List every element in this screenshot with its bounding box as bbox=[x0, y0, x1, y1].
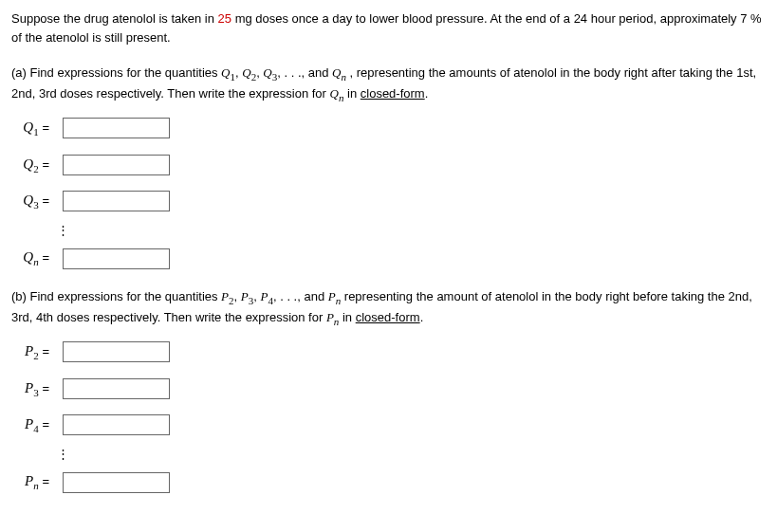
closed-form-link-a: closed-form bbox=[361, 86, 425, 101]
input-pn[interactable] bbox=[63, 472, 170, 493]
row-q3: Q3 = bbox=[21, 190, 766, 213]
intro-text-1: Suppose the drug atenolol is taken in bbox=[11, 11, 218, 26]
row-p4: P4 = bbox=[21, 413, 766, 437]
input-p2[interactable] bbox=[63, 341, 170, 362]
row-p3: P3 = bbox=[21, 377, 766, 401]
closed-form-link-b: closed-form bbox=[356, 310, 420, 324]
part-a-text: (a) Find expressions for the quantities … bbox=[11, 64, 766, 105]
input-p3[interactable] bbox=[63, 378, 170, 399]
var-q3: Q3 bbox=[263, 65, 277, 80]
var-pn: Pn bbox=[328, 289, 341, 303]
var-q2: Q2 bbox=[242, 65, 256, 80]
dose-amount: 25 bbox=[218, 11, 231, 26]
row-pn: Pn = bbox=[21, 470, 766, 494]
label-p3: P3 = bbox=[21, 377, 63, 401]
input-q3[interactable] bbox=[63, 191, 170, 211]
var-p2: P2 bbox=[221, 289, 233, 303]
problem-intro: Suppose the drug atenolol is taken in 25… bbox=[11, 9, 766, 46]
part-b-text: (b) Find expressions for the quantities … bbox=[11, 287, 766, 329]
part-a-prefix: (a) Find expressions for the quantities bbox=[11, 65, 221, 80]
inputs-b: P2 = P3 = P4 = ⋮ Pn = bbox=[21, 340, 766, 494]
label-qn: Qn = bbox=[21, 247, 63, 270]
inputs-a: Q1 = Q2 = Q3 = ⋮ Qn = bbox=[21, 117, 766, 270]
row-q1: Q1 = bbox=[21, 117, 766, 140]
label-p4: P4 = bbox=[21, 413, 63, 437]
input-q1[interactable] bbox=[63, 118, 170, 138]
row-q2: Q2 = bbox=[21, 154, 766, 177]
var-qn: Qn bbox=[332, 65, 346, 80]
var-p4: P4 bbox=[260, 289, 272, 303]
label-q3: Q3 = bbox=[21, 190, 63, 213]
var-pn-2: Pn bbox=[326, 310, 339, 324]
input-qn[interactable] bbox=[63, 248, 170, 269]
part-a: (a) Find expressions for the quantities … bbox=[11, 64, 766, 270]
label-q2: Q2 = bbox=[21, 154, 63, 177]
var-p3: P3 bbox=[241, 289, 253, 303]
vdots-a: ⋮ bbox=[57, 227, 766, 234]
label-pn: Pn = bbox=[21, 470, 63, 494]
var-q1: Q1 bbox=[221, 65, 235, 80]
var-qn-2: Qn bbox=[330, 86, 344, 101]
row-qn: Qn = bbox=[21, 247, 766, 270]
part-b-prefix: (b) Find expressions for the quantities bbox=[11, 289, 221, 303]
input-p4[interactable] bbox=[63, 414, 170, 435]
input-q2[interactable] bbox=[63, 155, 170, 175]
label-q1: Q1 = bbox=[21, 117, 63, 140]
vdots-b: ⋮ bbox=[57, 450, 766, 458]
row-p2: P2 = bbox=[21, 340, 766, 364]
label-p2: P2 = bbox=[21, 340, 63, 364]
part-b: (b) Find expressions for the quantities … bbox=[11, 287, 766, 494]
